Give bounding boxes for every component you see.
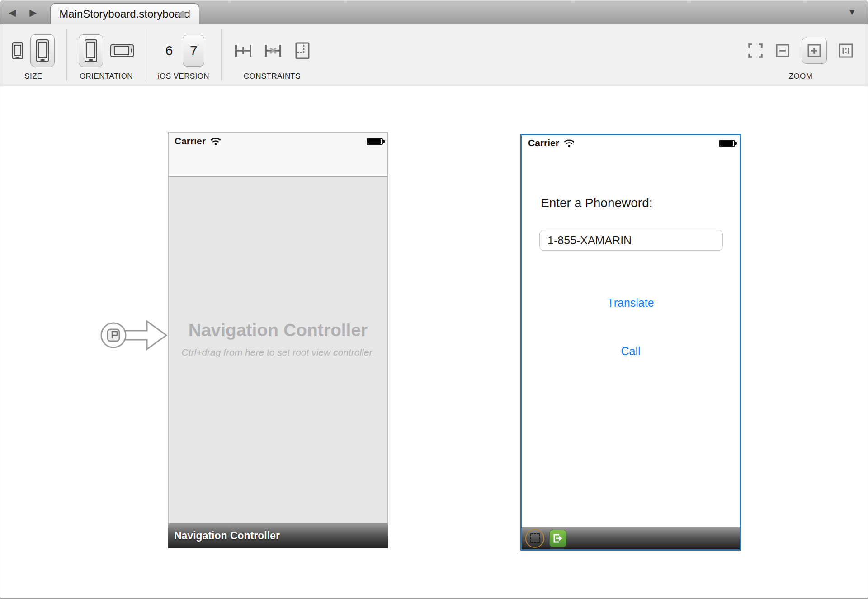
history-nav: ◀ ▶ xyxy=(9,0,37,24)
portrait-phone-icon xyxy=(85,39,97,62)
nav-controller-hint: Ctrl+drag from here to set root view con… xyxy=(169,347,387,358)
zoom-fit-icon[interactable] xyxy=(747,43,764,59)
nav-controller-title: Navigation Controller xyxy=(169,320,387,340)
orientation-group: ORIENTATION xyxy=(76,24,137,86)
designer-window: ◀ ▶ MainStoryboard.storyboard ▼ SIZE xyxy=(0,0,868,599)
phoneword-input[interactable] xyxy=(539,230,723,251)
remove-constraint-icon[interactable] xyxy=(263,42,283,60)
tab-status-dot[interactable] xyxy=(179,11,186,18)
size-small-phone-icon[interactable] xyxy=(12,42,23,59)
toolbar-spacer xyxy=(314,24,745,86)
size-label: SIZE xyxy=(24,72,42,81)
size-large-phone-icon xyxy=(36,39,49,62)
view-controller-frame[interactable]: Carrier Enter a Phoneword: Translate Cal… xyxy=(520,134,741,551)
exit-segue-icon[interactable] xyxy=(549,530,566,547)
nav-controller-footer-bar[interactable]: Navigation Controller xyxy=(168,523,388,548)
battery-icon xyxy=(719,140,735,147)
wifi-icon xyxy=(563,138,575,147)
tab-title: MainStoryboard.storyboard xyxy=(59,8,190,20)
status-bar: Carrier xyxy=(528,138,575,148)
forward-arrow-icon[interactable]: ▶ xyxy=(29,8,37,17)
dashed-view-glyph xyxy=(530,533,540,543)
size-group: SIZE xyxy=(9,24,57,86)
status-bar: Carrier xyxy=(175,136,222,147)
ios-version-group: 6 7 iOS VERSION xyxy=(155,24,212,86)
navigation-controller-frame[interactable]: Carrier Navigation Controller Ctrl+drag … xyxy=(168,132,388,548)
back-arrow-icon[interactable]: ◀ xyxy=(9,8,16,17)
phoneword-prompt-label[interactable]: Enter a Phoneword: xyxy=(541,196,653,210)
zoom-group: ZOOM xyxy=(745,24,857,86)
constraints-label: CONSTRAINTS xyxy=(244,72,301,81)
nav-bar-area[interactable]: Carrier xyxy=(169,133,387,177)
ios7-button-label: 7 xyxy=(190,43,198,58)
storyboard-entry-point-arrow[interactable] xyxy=(98,317,171,354)
update-frames-icon[interactable] xyxy=(293,42,311,60)
tab-mainstoryboard[interactable]: MainStoryboard.storyboard xyxy=(50,3,199,24)
tab-bar: ◀ ▶ MainStoryboard.storyboard ▼ xyxy=(0,0,868,24)
storyboard-canvas[interactable]: Carrier Navigation Controller Ctrl+drag … xyxy=(0,86,868,598)
constraints-group: CONSTRAINTS xyxy=(231,24,314,86)
carrier-label: Carrier xyxy=(175,136,206,147)
landscape-phone-icon[interactable] xyxy=(110,44,134,57)
designer-toolbar: SIZE ORIENTATION 6 7 iOS VERSION xyxy=(0,24,868,86)
nav-controller-footer-label: Navigation Controller xyxy=(174,530,280,542)
toolbar-separator xyxy=(146,29,146,81)
zoom-in-button[interactable] xyxy=(802,38,827,64)
toolbar-separator xyxy=(221,29,222,81)
nav-controller-placeholder: Navigation Controller Ctrl+drag from her… xyxy=(169,320,387,358)
call-button[interactable]: Call xyxy=(522,345,740,358)
battery-icon xyxy=(367,138,383,145)
view-controller-footer-bar[interactable] xyxy=(522,527,740,549)
size-large-phone-button[interactable] xyxy=(30,34,55,67)
zoom-actual-size-icon[interactable] xyxy=(838,43,854,59)
ios7-button[interactable]: 7 xyxy=(183,35,204,67)
wifi-icon xyxy=(210,137,222,146)
toolbar-separator xyxy=(66,29,67,81)
zoom-label: ZOOM xyxy=(789,72,813,81)
orientation-portrait-button[interactable] xyxy=(79,34,103,67)
view-icon[interactable] xyxy=(525,529,544,548)
translate-button[interactable]: Translate xyxy=(522,296,740,309)
add-constraint-icon[interactable] xyxy=(233,42,253,60)
tab-overflow-icon[interactable]: ▼ xyxy=(848,7,856,17)
ios-version-label: iOS VERSION xyxy=(158,72,209,81)
zoom-in-icon xyxy=(806,43,822,59)
ios6-button[interactable]: 6 xyxy=(163,43,176,58)
zoom-out-icon[interactable] xyxy=(774,43,791,59)
carrier-label: Carrier xyxy=(528,138,559,148)
orientation-label: ORIENTATION xyxy=(80,72,133,81)
